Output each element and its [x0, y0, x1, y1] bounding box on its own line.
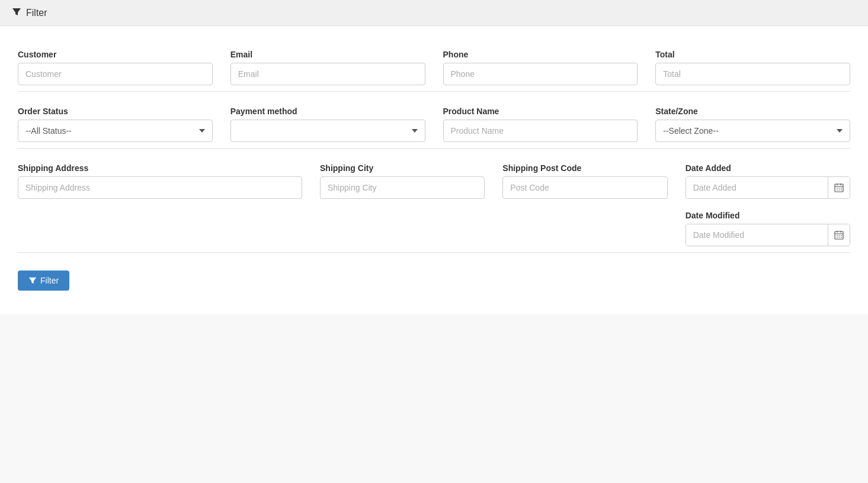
filter-icon [12, 7, 21, 18]
order-status-select[interactable]: --All Status-- [18, 120, 213, 142]
product-name-label: Product Name [443, 107, 638, 116]
form-group-customer: Customer [18, 50, 213, 85]
form-row-3: Shipping Address Shipping City Shipping … [18, 163, 850, 246]
date-added-input[interactable] [686, 177, 828, 198]
form-group-date-modified: Date Modified [686, 211, 850, 246]
phone-label: Phone [443, 50, 638, 59]
form-row-1: Customer Email Phone Total [18, 50, 850, 85]
order-status-label: Order Status [18, 107, 213, 116]
form-group-payment-method: Payment method [230, 107, 425, 142]
date-added-label: Date Added [686, 163, 850, 173]
date-added-wrapper [686, 176, 850, 199]
filter-button-label: Filter [40, 276, 59, 285]
customer-input[interactable] [18, 63, 213, 85]
filter-button[interactable]: Filter [18, 271, 69, 291]
form-group-total: Total [655, 50, 850, 85]
date-added-calendar-button[interactable] [828, 177, 850, 198]
form-group-shipping-post-code: Shipping Post Code [502, 163, 667, 199]
form-group-state-zone: State/Zone --Select Zone-- [655, 107, 850, 142]
form-group-date-added: Date Added [686, 163, 850, 199]
shipping-post-code-input[interactable] [502, 176, 667, 199]
form-row-2: Order Status --All Status-- Payment meth… [18, 107, 850, 142]
calendar-icon [834, 183, 844, 192]
shipping-city-label: Shipping City [320, 163, 485, 173]
shipping-address-label: Shipping Address [18, 163, 302, 173]
date-modified-label: Date Modified [686, 211, 850, 220]
payment-method-select[interactable] [230, 120, 425, 142]
state-zone-select[interactable]: --Select Zone-- [655, 120, 850, 142]
form-section-row3: Shipping Address Shipping City Shipping … [18, 148, 850, 252]
email-input[interactable] [230, 63, 425, 85]
phone-input[interactable] [443, 63, 638, 85]
shipping-city-input[interactable] [320, 176, 485, 199]
date-modified-input[interactable] [686, 224, 828, 246]
date-modified-calendar-button[interactable] [828, 224, 850, 246]
form-group-phone: Phone [443, 50, 638, 85]
total-input[interactable] [655, 63, 850, 85]
form-group-shipping-address: Shipping Address [18, 163, 302, 199]
shipping-post-code-label: Shipping Post Code [502, 163, 667, 173]
calendar-icon [834, 230, 844, 240]
filter-header: Filter [0, 0, 868, 26]
form-footer: Filter [18, 252, 850, 302]
payment-method-label: Payment method [230, 107, 425, 116]
date-modified-wrapper [686, 224, 850, 246]
form-section-row2: Order Status --All Status-- Payment meth… [18, 91, 850, 148]
form-group-email: Email [230, 50, 425, 85]
form-section-row1: Customer Email Phone Total [18, 44, 850, 91]
filter-form: Customer Email Phone Total Order Status [0, 26, 868, 314]
total-label: Total [655, 50, 850, 59]
product-name-input[interactable] [443, 120, 638, 142]
customer-label: Customer [18, 50, 213, 59]
form-group-shipping-city: Shipping City [320, 163, 485, 199]
form-group-product-name: Product Name [443, 107, 638, 142]
header-title: Filter [26, 8, 47, 18]
filter-button-icon [28, 276, 37, 285]
form-group-order-status: Order Status --All Status-- [18, 107, 213, 142]
form-group-dates: Date Added [686, 163, 850, 246]
shipping-address-input[interactable] [18, 176, 302, 199]
email-label: Email [230, 50, 425, 59]
state-zone-label: State/Zone [655, 107, 850, 116]
